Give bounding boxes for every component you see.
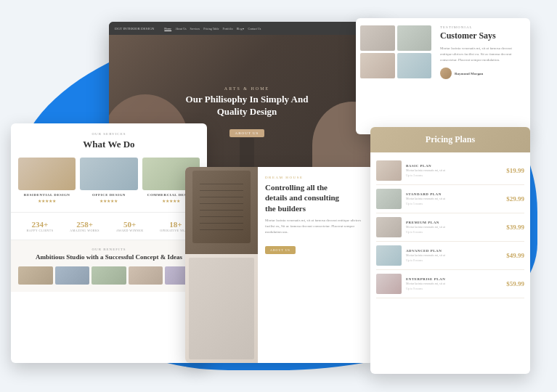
plan-rooms-advanced: Up to 8 rooms [406,258,502,262]
service-label-office: OFFICE DESIGN [80,193,137,197]
plan-desc-standard: Mortar lacinia venenatis mi, sit at [406,197,502,201]
dream-title: Controlling all thedetails and consultin… [265,182,367,213]
customer-img-4 [397,53,432,78]
screens-container: DGT INTERIOR DESIGN Home About Us Servic… [0,0,557,392]
pricing-header: Pricing Plans [370,127,530,152]
customer-img-1 [360,25,395,51]
service-residential: RESIDENTIAL DESIGN ★★★★★ [18,158,76,203]
plan-premium[interactable]: PREMIUM PLAN Mortar lacinia venenatis mi… [376,213,524,242]
service-stars-residential: ★★★★★ [18,198,76,203]
stat-number-awards: 50+ [116,220,143,229]
screen-what-we-do: OUR SERVICES What We Do RESIDENTIAL DESI… [11,123,207,363]
staircase-decoration [192,171,251,243]
plan-name-premium: PREMIUM PLAN [406,221,502,224]
plan-price-basic: $19.99 [506,167,524,174]
plan-name-enterprise: ENTERPRISE PLAN [406,277,502,281]
plan-name-standard: STANDARD PLAN [406,192,502,196]
plan-rooms-enterprise: Up to 9 rooms [406,287,502,290]
screen-pricing-plans: Pricing Plans BASIC PLAN Mortar lacinia … [370,127,530,374]
screen-customer-says: TESTIMONIAL Customer Says Mortar lacinia… [356,18,530,134]
stat-number-works: 258+ [70,220,99,229]
screen-dream-house: DREAM HOUSE Controlling all thedetails a… [185,167,374,363]
plan-basic[interactable]: BASIC PLAN Mortar lacinia venenatis mi, … [376,157,524,185]
nav-link-services[interactable]: Services [190,27,200,30]
benefits-section: OUR BENEFITS Ambitious Studio with a Suc… [11,240,207,292]
plan-desc-enterprise: Mortar lacinia venenatis mi, sit at [406,282,502,286]
stat-amazing-works: 258+ AMAZING WORKS [70,220,99,232]
plan-rooms-basic: Up to 3 rooms [406,173,502,177]
nav-link-blog[interactable]: Blog ▾ [237,27,245,30]
dream-staircase-image [185,167,258,254]
pricing-title: Pricing Plans [378,134,523,145]
reviewer-name: Raymond Morgan [455,72,483,75]
service-office: OFFICE DESIGN ★★★★★ [80,158,137,203]
plan-price-advanced: $49.99 [506,252,524,259]
dream-label: DREAM HOUSE [265,176,367,179]
nav-link-home[interactable]: Home [164,27,171,30]
plan-enterprise[interactable]: ENTERPRISE PLAN Mortar lacinia venenatis… [376,270,524,298]
customer-img-3 [360,53,395,78]
plan-details-premium: PREMIUM PLAN Mortar lacinia venenatis mi… [406,221,502,234]
plan-advanced[interactable]: ADVANCED PLAN Mortar lacinia venenatis m… [376,242,524,270]
plan-desc-basic: Mortar lacinia venenatis mi, sit at [406,168,502,173]
stat-award-winner: 50+ AWARD WINNER [116,220,143,232]
benefit-img-3 [92,266,126,285]
benefit-img-1 [18,266,53,285]
plan-details-enterprise: ENTERPRISE PLAN Mortar lacinia venenatis… [406,277,502,290]
services-label: OUR SERVICES [11,123,207,136]
hero-subtitle: ARTS & HOME [186,86,309,91]
plan-price-premium: $39.99 [506,224,524,231]
stat-label-clients: HAPPY CLIENTS [26,229,53,232]
hero-title: Our Philisophy In Simply AndQuality Desi… [186,94,309,118]
dream-room-image [185,254,258,363]
service-stars-office: ★★★★★ [80,198,137,203]
customer-left-images [356,18,436,134]
customer-img-2 [397,25,432,51]
stat-number-clients: 234+ [26,220,53,229]
reviewer-info: Raymond Morgan [440,68,523,79]
testimonial-title: Customer Says [440,30,523,41]
service-label-residential: RESIDENTIAL DESIGN [18,193,76,197]
plan-img-basic [376,160,402,181]
services-grid: RESIDENTIAL DESIGN ★★★★★ OFFICE DESIGN ★… [11,153,207,208]
dream-left-images [185,167,258,363]
hero-text: ARTS & HOME Our Philisophy In Simply And… [186,86,309,137]
reviewer-avatar [440,68,452,79]
plan-details-basic: BASIC PLAN Mortar lacinia venenatis mi, … [406,164,502,177]
pricing-list: BASIC PLAN Mortar lacinia venenatis mi, … [370,152,530,303]
plan-name-advanced: ADVANCED PLAN [406,249,502,253]
customer-layout: TESTIMONIAL Customer Says Mortar lacinia… [356,18,530,134]
hero-cta-button[interactable]: ABOUT US [229,129,265,137]
nav-link-pricing[interactable]: Pricing Table [203,27,219,30]
stat-label-awards: AWARD WINNER [116,229,143,232]
dream-layout: DREAM HOUSE Controlling all thedetails a… [185,167,374,363]
plan-details-advanced: ADVANCED PLAN Mortar lacinia venenatis m… [406,249,502,262]
nav-links: Home About Us Services Pricing Table Por… [164,27,261,30]
dream-cta-button[interactable]: ABOUT US [265,246,296,254]
service-img-residential [18,158,76,190]
plan-standard[interactable]: STANDARD PLAN Mortar lacinia venenatis m… [376,185,524,213]
benefits-images [18,266,200,285]
benefit-img-2 [55,266,90,285]
plan-price-standard: $29.99 [506,195,524,203]
dream-right-content: DREAM HOUSE Controlling all thedetails a… [258,167,374,363]
plan-img-premium [376,217,402,237]
plan-img-standard [376,189,402,209]
plan-img-advanced [376,245,402,266]
plan-desc-advanced: Mortar lacinia venenatis mi, sit at [406,253,502,258]
customer-right-content: TESTIMONIAL Customer Says Mortar lacinia… [436,18,530,134]
nav-logo: DGT INTERIOR DESIGN [115,27,154,30]
testimonial-text: Mortar lacinia venenatis mi, sit at famo… [440,46,523,63]
plan-rooms-standard: Up to 5 rooms [406,202,502,205]
service-img-office [80,158,137,190]
plan-details-standard: STANDARD PLAN Mortar lacinia venenatis m… [406,192,502,205]
nav-link-contact[interactable]: Contact Us [248,27,261,30]
nav-link-portfolio[interactable]: Portfolio [222,27,232,30]
customer-image-grid [360,25,431,78]
services-title: What We Do [11,136,207,153]
plan-name-basic: BASIC PLAN [406,164,502,168]
main-navbar: DGT INTERIOR DESIGN Home About Us Servic… [109,22,385,35]
nav-link-about[interactable]: About Us [175,27,186,30]
benefits-label: OUR BENEFITS [18,248,200,251]
benefit-img-4 [129,266,163,285]
